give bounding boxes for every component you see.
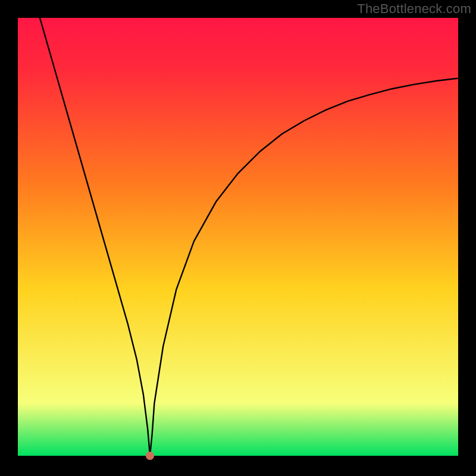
bottleneck-chart bbox=[0, 0, 476, 476]
optimal-point-marker bbox=[146, 452, 154, 460]
chart-frame: TheBottleneck.com bbox=[0, 0, 476, 476]
gradient-background bbox=[18, 18, 458, 456]
watermark-text: TheBottleneck.com bbox=[357, 1, 471, 17]
